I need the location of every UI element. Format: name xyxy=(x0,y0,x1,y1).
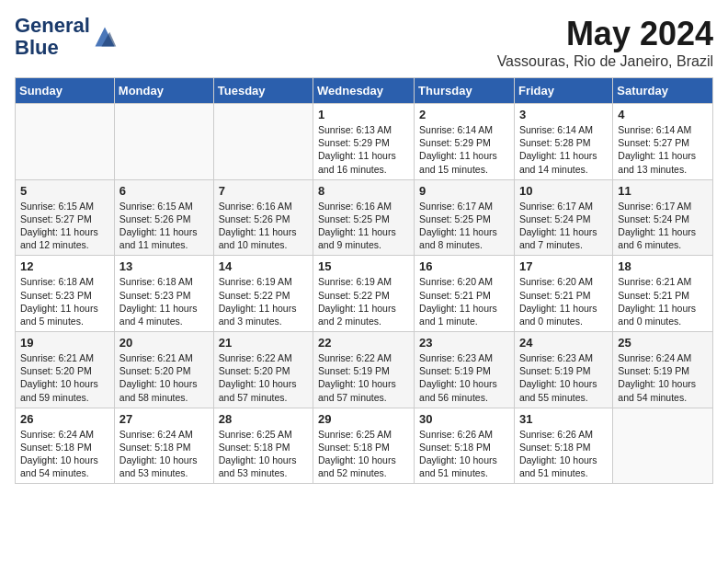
day-number: 23 xyxy=(419,336,509,350)
day-number: 12 xyxy=(20,259,109,273)
day-number: 30 xyxy=(419,412,509,426)
calendar-week-4: 19Sunrise: 6:21 AM Sunset: 5:20 PM Dayli… xyxy=(16,332,713,408)
day-number: 11 xyxy=(618,184,708,198)
calendar-week-3: 12Sunrise: 6:18 AM Sunset: 5:23 PM Dayli… xyxy=(16,256,713,332)
logo-text: GeneralBlue xyxy=(15,15,90,59)
weekday-header-row: SundayMondayTuesdayWednesdayThursdayFrid… xyxy=(16,78,713,104)
location: Vassouras, Rio de Janeiro, Brazil xyxy=(497,53,713,70)
day-info: Sunrise: 6:17 AM Sunset: 5:24 PM Dayligh… xyxy=(618,200,708,252)
calendar-cell: 15Sunrise: 6:19 AM Sunset: 5:22 PM Dayli… xyxy=(313,256,415,332)
calendar-cell: 2Sunrise: 6:14 AM Sunset: 5:29 PM Daylig… xyxy=(415,104,515,180)
day-number: 16 xyxy=(419,259,509,273)
day-info: Sunrise: 6:23 AM Sunset: 5:19 PM Dayligh… xyxy=(519,351,608,404)
day-info: Sunrise: 6:14 AM Sunset: 5:27 PM Dayligh… xyxy=(618,123,708,176)
calendar-week-5: 26Sunrise: 6:24 AM Sunset: 5:18 PM Dayli… xyxy=(16,408,713,484)
weekday-header-saturday: Saturday xyxy=(613,78,713,104)
month-title: May 2024 xyxy=(497,15,713,53)
weekday-header-tuesday: Tuesday xyxy=(213,78,313,104)
day-number: 24 xyxy=(519,336,608,350)
calendar-cell: 26Sunrise: 6:24 AM Sunset: 5:18 PM Dayli… xyxy=(16,408,115,484)
calendar-cell xyxy=(213,104,313,180)
calendar-cell: 10Sunrise: 6:17 AM Sunset: 5:24 PM Dayli… xyxy=(514,179,612,256)
calendar-cell: 11Sunrise: 6:17 AM Sunset: 5:24 PM Dayli… xyxy=(613,179,713,256)
day-number: 7 xyxy=(219,184,308,198)
calendar-cell xyxy=(16,104,115,180)
calendar-cell: 13Sunrise: 6:18 AM Sunset: 5:23 PM Dayli… xyxy=(114,256,213,332)
day-info: Sunrise: 6:21 AM Sunset: 5:20 PM Dayligh… xyxy=(119,351,209,404)
day-info: Sunrise: 6:25 AM Sunset: 5:18 PM Dayligh… xyxy=(318,428,409,480)
weekday-header-thursday: Thursday xyxy=(415,78,515,104)
day-info: Sunrise: 6:25 AM Sunset: 5:18 PM Dayligh… xyxy=(219,428,308,480)
day-number: 9 xyxy=(419,184,509,198)
calendar-cell: 17Sunrise: 6:20 AM Sunset: 5:21 PM Dayli… xyxy=(514,256,612,332)
calendar-week-1: 1Sunrise: 6:13 AM Sunset: 5:29 PM Daylig… xyxy=(16,104,713,180)
day-info: Sunrise: 6:23 AM Sunset: 5:19 PM Dayligh… xyxy=(419,351,509,404)
day-info: Sunrise: 6:19 AM Sunset: 5:22 PM Dayligh… xyxy=(318,275,409,327)
day-number: 20 xyxy=(119,336,209,350)
day-info: Sunrise: 6:14 AM Sunset: 5:28 PM Dayligh… xyxy=(519,123,608,176)
day-info: Sunrise: 6:24 AM Sunset: 5:18 PM Dayligh… xyxy=(119,428,209,480)
day-number: 18 xyxy=(618,259,708,273)
day-number: 25 xyxy=(618,336,708,350)
calendar-cell: 28Sunrise: 6:25 AM Sunset: 5:18 PM Dayli… xyxy=(213,408,313,484)
calendar-cell: 7Sunrise: 6:16 AM Sunset: 5:26 PM Daylig… xyxy=(213,179,313,256)
day-number: 10 xyxy=(519,184,608,198)
weekday-header-sunday: Sunday xyxy=(16,78,115,104)
calendar-cell: 31Sunrise: 6:26 AM Sunset: 5:18 PM Dayli… xyxy=(514,408,612,484)
calendar-week-2: 5Sunrise: 6:15 AM Sunset: 5:27 PM Daylig… xyxy=(16,179,713,256)
day-info: Sunrise: 6:22 AM Sunset: 5:19 PM Dayligh… xyxy=(318,351,409,404)
calendar-cell: 12Sunrise: 6:18 AM Sunset: 5:23 PM Dayli… xyxy=(16,256,115,332)
calendar-cell: 27Sunrise: 6:24 AM Sunset: 5:18 PM Dayli… xyxy=(114,408,213,484)
page-header: GeneralBlue May 2024 Vassouras, Rio de J… xyxy=(15,15,713,70)
day-info: Sunrise: 6:26 AM Sunset: 5:18 PM Dayligh… xyxy=(419,428,509,480)
day-number: 13 xyxy=(119,259,209,273)
calendar-cell: 14Sunrise: 6:19 AM Sunset: 5:22 PM Dayli… xyxy=(213,256,313,332)
day-info: Sunrise: 6:15 AM Sunset: 5:26 PM Dayligh… xyxy=(119,200,209,252)
calendar-cell xyxy=(114,104,213,180)
calendar-cell: 5Sunrise: 6:15 AM Sunset: 5:27 PM Daylig… xyxy=(16,179,115,256)
weekday-header-wednesday: Wednesday xyxy=(313,78,415,104)
day-info: Sunrise: 6:20 AM Sunset: 5:21 PM Dayligh… xyxy=(419,275,509,327)
day-info: Sunrise: 6:17 AM Sunset: 5:24 PM Dayligh… xyxy=(519,200,608,252)
day-info: Sunrise: 6:20 AM Sunset: 5:21 PM Dayligh… xyxy=(519,275,608,327)
day-info: Sunrise: 6:26 AM Sunset: 5:18 PM Dayligh… xyxy=(519,428,608,480)
day-info: Sunrise: 6:18 AM Sunset: 5:23 PM Dayligh… xyxy=(119,275,209,327)
day-info: Sunrise: 6:24 AM Sunset: 5:19 PM Dayligh… xyxy=(618,351,708,404)
day-number: 4 xyxy=(618,108,708,121)
day-info: Sunrise: 6:18 AM Sunset: 5:23 PM Dayligh… xyxy=(20,275,109,327)
day-number: 3 xyxy=(519,108,608,121)
calendar-cell: 19Sunrise: 6:21 AM Sunset: 5:20 PM Dayli… xyxy=(16,332,115,408)
weekday-header-monday: Monday xyxy=(114,78,213,104)
calendar-cell: 20Sunrise: 6:21 AM Sunset: 5:20 PM Dayli… xyxy=(114,332,213,408)
day-number: 14 xyxy=(219,259,308,273)
day-number: 22 xyxy=(318,336,409,350)
day-number: 2 xyxy=(419,108,509,121)
day-info: Sunrise: 6:21 AM Sunset: 5:21 PM Dayligh… xyxy=(618,275,708,327)
day-number: 27 xyxy=(119,412,209,426)
day-number: 6 xyxy=(119,184,209,198)
calendar-cell: 6Sunrise: 6:15 AM Sunset: 5:26 PM Daylig… xyxy=(114,179,213,256)
title-block: May 2024 Vassouras, Rio de Janeiro, Braz… xyxy=(497,15,713,70)
calendar-cell: 21Sunrise: 6:22 AM Sunset: 5:20 PM Dayli… xyxy=(213,332,313,408)
calendar-cell: 3Sunrise: 6:14 AM Sunset: 5:28 PM Daylig… xyxy=(514,104,612,180)
day-info: Sunrise: 6:17 AM Sunset: 5:25 PM Dayligh… xyxy=(419,200,509,252)
logo-icon xyxy=(92,24,118,50)
day-number: 19 xyxy=(20,336,109,350)
calendar-cell: 30Sunrise: 6:26 AM Sunset: 5:18 PM Dayli… xyxy=(415,408,515,484)
calendar-cell: 29Sunrise: 6:25 AM Sunset: 5:18 PM Dayli… xyxy=(313,408,415,484)
calendar-cell: 23Sunrise: 6:23 AM Sunset: 5:19 PM Dayli… xyxy=(415,332,515,408)
day-info: Sunrise: 6:22 AM Sunset: 5:20 PM Dayligh… xyxy=(219,351,308,404)
day-info: Sunrise: 6:19 AM Sunset: 5:22 PM Dayligh… xyxy=(219,275,308,327)
day-number: 21 xyxy=(219,336,308,350)
calendar-cell: 18Sunrise: 6:21 AM Sunset: 5:21 PM Dayli… xyxy=(613,256,713,332)
day-number: 31 xyxy=(519,412,608,426)
day-number: 15 xyxy=(318,259,409,273)
calendar-cell: 4Sunrise: 6:14 AM Sunset: 5:27 PM Daylig… xyxy=(613,104,713,180)
day-info: Sunrise: 6:21 AM Sunset: 5:20 PM Dayligh… xyxy=(20,351,109,404)
day-number: 17 xyxy=(519,259,608,273)
day-info: Sunrise: 6:13 AM Sunset: 5:29 PM Dayligh… xyxy=(318,123,409,176)
day-number: 26 xyxy=(20,412,109,426)
day-info: Sunrise: 6:16 AM Sunset: 5:25 PM Dayligh… xyxy=(318,200,409,252)
calendar-cell: 25Sunrise: 6:24 AM Sunset: 5:19 PM Dayli… xyxy=(613,332,713,408)
calendar-cell: 24Sunrise: 6:23 AM Sunset: 5:19 PM Dayli… xyxy=(514,332,612,408)
